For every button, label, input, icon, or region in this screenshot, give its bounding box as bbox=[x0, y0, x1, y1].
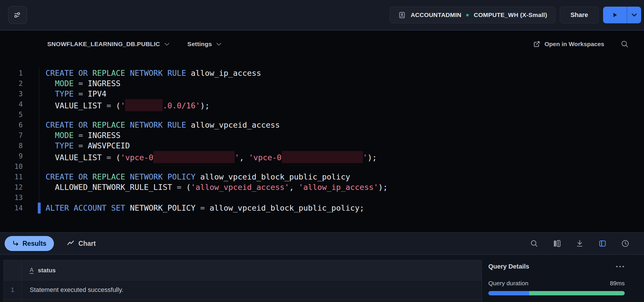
results-toolbar-icons bbox=[530, 239, 630, 248]
code-line[interactable]: 11CREATE OR REPLACE NETWORK POLICY allow… bbox=[0, 172, 644, 182]
editor-search-button[interactable] bbox=[620, 40, 629, 48]
clock-icon bbox=[621, 239, 630, 248]
chevron-down-icon bbox=[164, 43, 170, 46]
code-line[interactable]: 12 ALLOWED_NETWORK_RULE_LIST = ('allow_v… bbox=[0, 182, 644, 192]
line-number: 2 bbox=[0, 78, 39, 89]
chart-tab-label: Chart bbox=[78, 240, 96, 248]
query-duration-label: Query duration bbox=[488, 280, 528, 287]
query-duration-bar bbox=[488, 291, 625, 295]
code-lines: 1CREATE OR REPLACE NETWORK RULE allow_ip… bbox=[0, 58, 644, 213]
tab-results[interactable]: Results bbox=[5, 236, 54, 251]
active-line-marker bbox=[38, 203, 41, 214]
code-line[interactable]: 1CREATE OR REPLACE NETWORK RULE allow_ip… bbox=[0, 68, 644, 78]
line-number: 4 bbox=[0, 99, 39, 110]
download-button[interactable] bbox=[575, 239, 584, 248]
warehouse-label: COMPUTE_WH (X-Small) bbox=[474, 12, 547, 18]
corner-arrow-icon bbox=[12, 240, 19, 247]
query-details-panel: Query Details Query duration 89ms bbox=[488, 263, 625, 295]
topbar-right: ACCOUNTADMIN COMPUTE_WH (X-Small) Share bbox=[390, 7, 641, 23]
ellipsis-icon bbox=[615, 265, 625, 268]
sql-editor: SNOWFLAKE_LEARNING_DB.PUBLIC Settings bbox=[0, 31, 644, 232]
role-label: ACCOUNTADMIN bbox=[411, 12, 462, 18]
line-number: 9 bbox=[0, 151, 39, 161]
duration-bar-segment bbox=[529, 291, 625, 295]
line-number: 1 bbox=[0, 68, 39, 78]
table-row-partial bbox=[4, 299, 482, 302]
badge-icon bbox=[398, 11, 406, 19]
status-column-label: status bbox=[38, 267, 56, 274]
sliders-icon bbox=[13, 10, 22, 20]
external-link-icon bbox=[533, 40, 541, 48]
query-history-button[interactable] bbox=[621, 239, 630, 248]
results-table: A status 1Statement executed successfull… bbox=[3, 260, 482, 302]
role-warehouse-selector[interactable]: ACCOUNTADMIN COMPUTE_WH (X-Small) bbox=[390, 7, 556, 23]
table-body: 1Statement executed successfully. bbox=[4, 280, 482, 299]
line-number: 13 bbox=[0, 192, 39, 203]
play-icon bbox=[611, 12, 618, 18]
code-line[interactable]: 9 VALUE_LIST = ('vpce-0', 'vpce-0'); bbox=[0, 151, 644, 161]
query-details-title: Query Details bbox=[488, 263, 529, 270]
table-row[interactable]: 1Statement executed successfully. bbox=[4, 280, 482, 299]
results-section: A status 1Statement executed successfull… bbox=[0, 255, 644, 302]
line-number: 10 bbox=[0, 161, 39, 172]
columns-icon bbox=[553, 239, 561, 248]
code-line[interactable]: 2 MODE = INGRESS bbox=[0, 78, 644, 89]
editor-toolbar: SNOWFLAKE_LEARNING_DB.PUBLIC Settings bbox=[0, 31, 644, 58]
open-in-workspaces-label: Open in Workspaces bbox=[545, 41, 604, 48]
share-button[interactable]: Share bbox=[560, 7, 599, 23]
line-number: 3 bbox=[0, 89, 39, 99]
open-in-workspaces-link[interactable]: Open in Workspaces bbox=[533, 40, 604, 48]
top-bar: ACCOUNTADMIN COMPUTE_WH (X-Small) Share bbox=[0, 0, 644, 31]
code-line[interactable]: 10 bbox=[0, 161, 644, 172]
line-number: 12 bbox=[0, 182, 39, 192]
table-header-row: A status bbox=[4, 260, 482, 280]
run-options-button[interactable] bbox=[627, 7, 641, 23]
settings-label: Settings bbox=[187, 41, 212, 48]
chart-line-icon bbox=[67, 239, 75, 248]
run-button[interactable] bbox=[603, 7, 627, 23]
code-line[interactable]: 13 bbox=[0, 192, 644, 203]
search-icon bbox=[620, 40, 629, 48]
column-header-status[interactable]: A status bbox=[22, 260, 482, 280]
chevron-down-icon bbox=[631, 13, 637, 17]
line-number: 7 bbox=[0, 130, 39, 141]
query-details-menu-button[interactable] bbox=[615, 265, 625, 268]
row-number: 1 bbox=[4, 280, 22, 299]
download-icon bbox=[575, 239, 584, 248]
line-number: 8 bbox=[0, 141, 39, 151]
row-number-header bbox=[4, 260, 22, 280]
editor-toolbar-right: Open in Workspaces bbox=[533, 40, 629, 48]
line-number: 11 bbox=[0, 172, 39, 182]
chevron-down-icon bbox=[216, 43, 221, 46]
database-schema-selector[interactable]: SNOWFLAKE_LEARNING_DB.PUBLIC bbox=[47, 41, 170, 48]
side-panel-icon bbox=[598, 239, 607, 248]
filters-button[interactable] bbox=[8, 6, 27, 24]
results-toolbar: Results Chart bbox=[0, 232, 644, 255]
code-line[interactable]: 7 MODE = INGRESS bbox=[0, 130, 644, 141]
code-line[interactable]: 14ALTER ACCOUNT SET NETWORK_POLICY = all… bbox=[0, 203, 644, 213]
code-line[interactable]: 5 bbox=[0, 110, 644, 120]
settings-dropdown[interactable]: Settings bbox=[187, 41, 221, 48]
line-number: 5 bbox=[0, 110, 39, 120]
line-number: 6 bbox=[0, 120, 39, 130]
duration-bar-segment bbox=[488, 291, 529, 295]
text-type-icon: A bbox=[30, 267, 33, 274]
line-number: 14 bbox=[0, 203, 39, 213]
code-line[interactable]: 3 TYPE = IPV4 bbox=[0, 89, 644, 99]
code-line[interactable]: 8 TYPE = AWSVPCEID bbox=[0, 141, 644, 151]
columns-button[interactable] bbox=[553, 239, 561, 248]
results-search-button[interactable] bbox=[530, 239, 538, 248]
run-button-group bbox=[603, 7, 641, 23]
code-line[interactable]: 6CREATE OR REPLACE NETWORK RULE allow_vp… bbox=[0, 120, 644, 130]
search-icon bbox=[530, 239, 538, 248]
app-root: ACCOUNTADMIN COMPUTE_WH (X-Small) Share bbox=[0, 0, 644, 302]
warehouse-status-dot bbox=[466, 14, 469, 16]
status-cell[interactable]: Statement executed successfully. bbox=[22, 280, 482, 299]
database-schema-label: SNOWFLAKE_LEARNING_DB.PUBLIC bbox=[47, 41, 160, 48]
query-duration-value: 89ms bbox=[610, 280, 625, 287]
code-line[interactable]: 4 VALUE_LIST = ('.0.0/16'); bbox=[0, 99, 644, 110]
results-tab-label: Results bbox=[22, 240, 46, 248]
toggle-details-panel-button[interactable] bbox=[598, 239, 607, 248]
tab-chart[interactable]: Chart bbox=[67, 239, 96, 248]
